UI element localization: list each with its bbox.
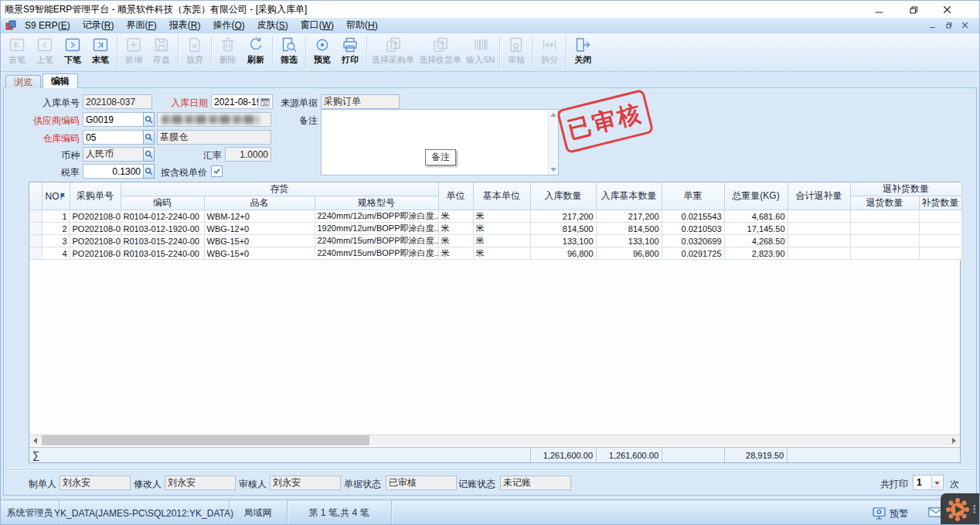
cell-adjust_total[interactable] <box>788 223 850 235</box>
remark-scrollbar[interactable] <box>548 110 558 175</box>
cell-qty[interactable]: 814,500 <box>530 223 596 235</box>
currency-lookup-button[interactable] <box>143 147 155 162</box>
cell-ind[interactable] <box>29 235 42 247</box>
menu-item-4[interactable]: 报表(R) <box>163 18 207 32</box>
warehouse-code-field[interactable]: 05 <box>83 130 144 145</box>
cell-total_weight[interactable]: 4,268.50 <box>724 235 788 247</box>
tab-edit[interactable]: 编辑 <box>43 73 78 88</box>
remark-textarea[interactable] <box>321 109 559 176</box>
cell-makeup_qty[interactable] <box>919 210 961 223</box>
minimize-window-button[interactable] <box>862 1 896 18</box>
supplier-lookup-button[interactable] <box>143 112 155 127</box>
scroll-left-icon[interactable] <box>29 435 41 445</box>
cell-name[interactable]: WBG-15+0 <box>204 247 315 260</box>
cell-unit_weight[interactable]: 0.0215543 <box>662 210 724 223</box>
toolbar-button-print[interactable]: 打印 <box>336 33 364 71</box>
scrollbar-thumb[interactable] <box>42 435 369 445</box>
cell-spec[interactable]: 2240mm/15um/BOPP即涂白度... <box>315 247 438 260</box>
cell-qty[interactable]: 96,800 <box>530 247 596 260</box>
mdi-minimize-button[interactable] <box>929 20 936 31</box>
supplier-code-field[interactable]: G0019 <box>83 112 144 127</box>
cell-makeup_qty[interactable] <box>919 235 961 247</box>
col-header-qty[interactable]: 入库数量 <box>530 182 596 210</box>
print-count-input[interactable]: 1 <box>913 475 944 490</box>
cell-base_unit[interactable]: 米 <box>473 223 530 235</box>
cell-makeup_qty[interactable] <box>919 247 961 260</box>
cell-qty[interactable]: 133,100 <box>530 235 596 247</box>
cell-return_qty[interactable] <box>850 223 919 235</box>
cell-unit[interactable]: 米 <box>438 210 473 223</box>
cell-name[interactable]: WBG-15+0 <box>204 235 315 247</box>
cell-base_unit[interactable]: 米 <box>473 247 530 260</box>
col-header-adjust_total[interactable]: 合计退补量 <box>788 182 850 210</box>
horizontal-scrollbar[interactable] <box>29 435 960 445</box>
cell-adjust_total[interactable] <box>788 235 850 247</box>
mdi-close-button[interactable] <box>961 20 968 31</box>
cell-base_qty[interactable]: 814,500 <box>596 223 662 235</box>
alert-button[interactable]: 预警 <box>873 504 908 523</box>
cell-unit_weight[interactable]: 0.0320699 <box>662 235 724 247</box>
cell-return_qty[interactable] <box>850 210 919 223</box>
tax-rate-lookup-button[interactable] <box>143 164 155 179</box>
col-header-total_weight[interactable]: 总重量(KG) <box>724 182 788 210</box>
menu-item-7[interactable]: 窗口(W) <box>294 18 340 32</box>
toolbar-button-refresh[interactable]: 刷新 <box>242 33 270 71</box>
cell-return_qty[interactable] <box>850 235 919 247</box>
cell-unit_weight[interactable]: 0.0210503 <box>662 223 724 235</box>
col-header-base_qty[interactable]: 入库基本数量 <box>596 182 662 210</box>
cell-unit_weight[interactable]: 0.0291725 <box>662 247 724 260</box>
menu-item-3[interactable]: 界面(F) <box>120 18 162 32</box>
calendar-button[interactable]: 31 <box>258 96 271 107</box>
cell-return_qty[interactable] <box>850 247 919 260</box>
cell-adjust_total[interactable] <box>788 210 850 223</box>
cell-code[interactable]: R0103-012-1920-00 <box>121 223 204 235</box>
cell-no[interactable]: 2 <box>42 223 70 235</box>
menu-item-6[interactable]: 皮肤(S) <box>251 18 294 32</box>
tax-included-checkbox[interactable] <box>211 165 223 177</box>
col-header-return_qty[interactable]: 退货数量 <box>850 196 919 210</box>
cell-no[interactable]: 4 <box>42 247 70 260</box>
cell-code[interactable]: R0104-012-2240-00 <box>121 210 204 223</box>
cell-spec[interactable]: 2240mm/15um/BOPP即涂白度... <box>315 235 438 247</box>
cell-total_weight[interactable]: 17,145.50 <box>724 223 788 235</box>
cell-unit[interactable]: 米 <box>438 247 473 260</box>
tax-rate-field[interactable]: 0.1300 <box>83 164 144 179</box>
cell-base_unit[interactable]: 米 <box>473 210 530 223</box>
cell-no[interactable]: 1 <box>42 210 70 223</box>
cell-adjust_total[interactable] <box>788 247 850 260</box>
warehouse-lookup-button[interactable] <box>143 130 155 145</box>
cell-base_qty[interactable]: 217,200 <box>596 210 662 223</box>
tab-browse[interactable]: 浏览 <box>5 75 41 88</box>
cell-ind[interactable] <box>29 223 42 235</box>
cell-base_qty[interactable]: 133,100 <box>596 235 662 247</box>
cell-ind[interactable] <box>29 210 42 223</box>
toolbar-button-filter[interactable]: 筛选 <box>275 33 303 71</box>
overlay-widget[interactable]: ••• <box>941 493 980 525</box>
col-header-unit_weight[interactable]: 单重 <box>662 182 724 210</box>
cell-makeup_qty[interactable] <box>919 223 961 235</box>
cell-base_qty[interactable]: 96,800 <box>596 247 662 260</box>
col-header-no[interactable]: NO <box>42 182 70 210</box>
cell-ind[interactable] <box>29 247 42 260</box>
cell-po[interactable]: PO202108-0... <box>70 210 121 223</box>
toolbar-button-last-record[interactable]: 末笔 <box>87 33 114 71</box>
col-header-ind[interactable] <box>29 182 42 210</box>
toolbar-button-preview[interactable]: 预览 <box>308 33 336 71</box>
cell-name[interactable]: WBM-12+0 <box>204 210 315 223</box>
close-window-button[interactable] <box>930 1 964 18</box>
widget-menu-dots[interactable]: ••• <box>973 505 976 514</box>
cell-total_weight[interactable]: 2,823.90 <box>724 247 788 260</box>
col-header-unit[interactable]: 单位 <box>438 182 473 210</box>
cell-name[interactable]: WBG-12+0 <box>204 223 315 235</box>
cell-spec[interactable]: 2240mm/12um/BOPP即涂白度... <box>315 210 438 223</box>
cell-no[interactable]: 3 <box>42 235 70 247</box>
cell-code[interactable]: R0103-015-2240-00 <box>121 247 204 260</box>
cell-po[interactable]: PO202108-0... <box>70 235 121 247</box>
cell-qty[interactable]: 217,200 <box>530 210 596 223</box>
col-header-name[interactable]: 品名 <box>204 196 315 210</box>
print-count-spin-button[interactable] <box>931 476 942 489</box>
cell-po[interactable]: PO202108-0... <box>70 223 121 235</box>
col-header-spec[interactable]: 规格型号 <box>315 196 438 210</box>
cell-spec[interactable]: 1920mm/12um/BOPP即涂白度... <box>315 223 438 235</box>
col-header-base_unit[interactable]: 基本单位 <box>473 182 530 210</box>
